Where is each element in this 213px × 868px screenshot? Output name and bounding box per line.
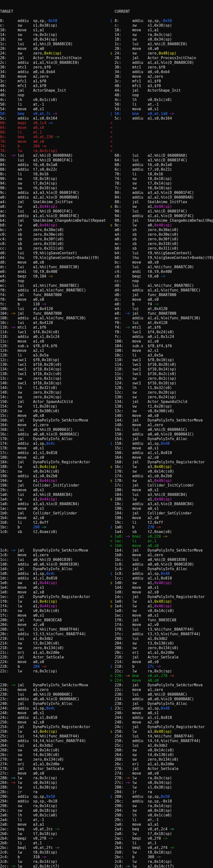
mnemonic: addiu xyxy=(132,195,148,199)
spacer xyxy=(112,232,115,237)
mnemonic: lui xyxy=(132,743,148,748)
spacer xyxy=(57,478,110,483)
spacer xyxy=(112,427,115,432)
instruction-address: 2a0: xyxy=(0,813,11,817)
mnemonic: sw xyxy=(132,469,148,474)
spacer xyxy=(126,186,132,190)
spacer xyxy=(126,599,132,604)
spacer xyxy=(112,274,115,278)
spacer xyxy=(60,609,110,613)
instruction-address: 278: xyxy=(115,776,126,780)
instruction-address: 68: xyxy=(115,163,126,167)
mnemonic: b xyxy=(132,855,148,859)
spacer xyxy=(11,502,17,506)
spacer xyxy=(11,362,17,367)
instruction-address: 2c: xyxy=(0,60,11,65)
spacer xyxy=(60,864,110,868)
diff-marker: s xyxy=(110,497,112,501)
instruction-address: d0: xyxy=(115,283,126,288)
operands: DynaPolyInfo_RegisterActor xyxy=(148,725,205,729)
spacer xyxy=(55,571,110,576)
asm-diff-row: ec: lui a1,%hi(func_80A87BEC) d0: lui a1… xyxy=(0,283,213,288)
spacer xyxy=(126,664,132,669)
mnemonic: lw xyxy=(17,223,33,227)
spacer xyxy=(126,255,132,260)
spacer xyxy=(112,144,115,148)
asm-diff-row: 2cc: ~> lw a2,0x14c(t7) 2c4: ~> lw a2,0x… xyxy=(0,864,213,868)
spacer xyxy=(126,404,132,409)
spacer xyxy=(126,655,132,659)
asm-diff-row: fc: b 110 ~> e0: b f4 ~> xyxy=(0,302,213,307)
mnemonic: move xyxy=(132,516,148,520)
spacer xyxy=(126,548,132,553)
spacer xyxy=(11,562,17,566)
operands: ra,0x14(sp) xyxy=(148,804,172,808)
instruction-address: 228: xyxy=(0,664,11,669)
mnemonic: b xyxy=(17,302,33,306)
mnemonic: lw xyxy=(17,497,33,501)
mnemonic: andi xyxy=(17,270,33,274)
mnemonic: lui xyxy=(17,209,33,213)
instruction-address: fc: xyxy=(0,302,11,306)
spacer xyxy=(126,771,132,776)
mnemonic: addiu xyxy=(132,19,148,23)
spacer xyxy=(11,669,17,673)
spacer xyxy=(126,613,132,618)
mnemonic: addiu xyxy=(17,706,33,711)
instruction-address: 8c: xyxy=(0,172,11,176)
spacer xyxy=(112,381,115,385)
mnemonic: addiu xyxy=(17,316,33,320)
instruction-address: 224: xyxy=(0,660,11,664)
asm-diff-row: a4: jal SkelAnime_InitFlex 88: jal SkelA… xyxy=(0,200,213,205)
spacer xyxy=(112,855,115,859)
spacer xyxy=(112,376,115,381)
spacer xyxy=(110,446,112,451)
operands: 0x4c xyxy=(46,441,55,446)
operands: Actor_ProcessInitChain xyxy=(148,56,196,60)
instruction-address: c0: xyxy=(0,232,11,237)
operands: DynaPolyInfo_SetActorMove xyxy=(33,418,88,423)
spacer xyxy=(112,795,115,799)
mnemonic: move xyxy=(17,711,33,715)
mnemonic: li xyxy=(17,102,33,106)
spacer xyxy=(53,637,110,641)
diff-marker: s xyxy=(110,478,112,483)
operands: $f16,0x18(sp) xyxy=(33,381,62,385)
spacer xyxy=(110,715,112,720)
instruction-address: 274: xyxy=(0,762,11,766)
instruction-address: 270: xyxy=(0,757,11,762)
asm-diff-row: 294: addiu sp,sp,-0x18 28c: addiu sp,sp,… xyxy=(0,799,213,804)
spacer xyxy=(33,279,110,283)
operands: zero,0x30a(s0) xyxy=(148,228,178,232)
mnemonic: sw xyxy=(132,23,148,28)
spacer xyxy=(110,297,112,302)
mnemonic: beql xyxy=(132,845,148,850)
spacer xyxy=(126,720,132,724)
operands: t1,0x32(s0) xyxy=(33,385,57,390)
spacer xyxy=(126,400,132,404)
instruction-address: 128: xyxy=(115,385,126,390)
spacer xyxy=(110,557,112,562)
asm-diff-row: bc: sh zero,0x30a(s0) a0: sh zero,0x30a(… xyxy=(0,228,213,232)
spacer xyxy=(112,599,115,604)
asm-diff-row: 1f0: lw a3,0x4c(sp) s 1e0: lw a3,0x48(sp… xyxy=(0,599,213,604)
spacer xyxy=(11,520,17,525)
instruction-address: ac: xyxy=(0,209,11,213)
operands: t3,%hi(func_80A87F44) xyxy=(148,627,194,631)
operands: a0,s1 xyxy=(33,107,44,111)
spacer xyxy=(112,506,115,511)
mnemonic: lw xyxy=(132,465,148,469)
operands: a1,zero xyxy=(33,687,48,692)
mnemonic: mfc1 xyxy=(132,79,148,83)
mnemonic: jal xyxy=(132,655,148,659)
spacer xyxy=(48,74,110,79)
operands: s0,a0 xyxy=(33,46,44,51)
spacer xyxy=(110,200,112,204)
operands: t1,0x20(sp) xyxy=(148,404,172,409)
spacer xyxy=(57,799,110,803)
mnemonic: mtc1 xyxy=(132,65,148,69)
spacer xyxy=(11,460,17,464)
spacer xyxy=(0,544,110,548)
asm-diff-row: 2c: addiu a1,a1,%lo(D_80A88CE0) 2c: addi… xyxy=(0,60,213,65)
mnemonic: move xyxy=(132,585,148,590)
